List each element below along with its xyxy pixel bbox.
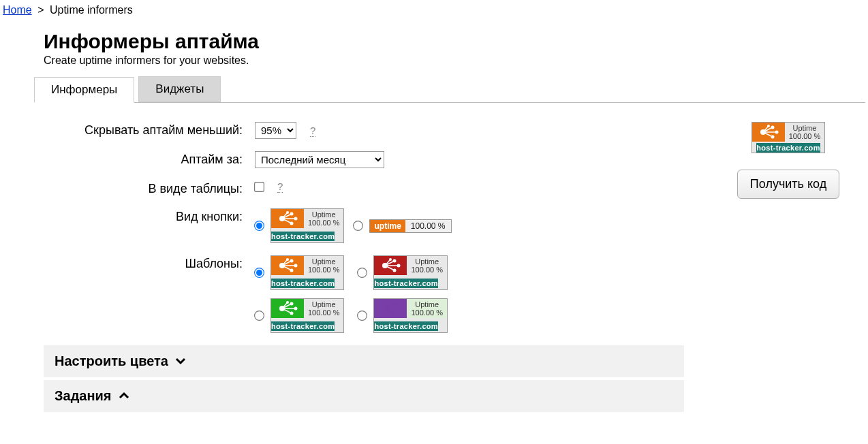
template-radio-green[interactable] — [254, 311, 264, 321]
accordion-colors-label: Настроить цвета — [55, 353, 168, 369]
svg-line-34 — [282, 308, 292, 313]
badge-large-preview: Uptime100.00 % host-tracker.com — [270, 208, 344, 243]
accordion-tasks[interactable]: Задания — [44, 380, 684, 412]
tab-informers[interactable]: Информеры — [34, 77, 134, 103]
chevron-up-icon — [119, 390, 129, 402]
svg-line-16 — [282, 266, 292, 270]
hide-uptime-label: Скрывать аптайм меньший: — [44, 122, 255, 138]
get-code-button[interactable]: Получить код — [737, 170, 839, 199]
breadcrumb: Home > Uptime informers — [3, 4, 865, 16]
template-purple-badge: Uptime100.00 % host-tracker.com — [373, 298, 447, 333]
preview-badge: Uptime100.00 % host-tracker.com — [751, 122, 825, 153]
breadcrumb-current: Uptime informers — [50, 4, 133, 16]
page-title: Информеры аптайма — [44, 30, 865, 53]
badge-small-preview: uptime 100.00 % — [369, 219, 451, 233]
templates-label: Шаблоны: — [44, 255, 255, 271]
svg-line-41 — [385, 304, 394, 308]
tabs: Информеры Виджеты — [34, 76, 865, 103]
as-table-checkbox[interactable] — [254, 182, 264, 192]
tab-widgets[interactable]: Виджеты — [138, 76, 221, 102]
uptime-for-select[interactable]: Последний месяц — [255, 151, 384, 168]
svg-line-52 — [763, 132, 773, 137]
accordion-tasks-label: Задания — [55, 388, 112, 404]
uptime-for-label: Аптайм за: — [44, 151, 255, 167]
button-style-radio-large[interactable] — [254, 221, 264, 231]
svg-line-50 — [763, 127, 773, 132]
svg-line-5 — [282, 214, 292, 219]
svg-line-25 — [385, 266, 394, 270]
hide-uptime-select[interactable]: 95% — [255, 122, 296, 139]
button-style-radio-small[interactable] — [354, 221, 364, 231]
network-icon — [374, 299, 407, 318]
network-icon — [271, 256, 304, 275]
svg-line-14 — [282, 261, 292, 266]
network-icon — [271, 299, 304, 318]
template-radio-purple[interactable] — [358, 311, 368, 321]
svg-line-32 — [282, 304, 292, 308]
template-red-badge: Uptime100.00 % host-tracker.com — [373, 255, 447, 290]
template-orange-badge: Uptime100.00 % host-tracker.com — [270, 255, 344, 290]
as-table-label: В виде таблицы: — [44, 180, 255, 196]
svg-line-7 — [282, 219, 292, 223]
button-style-label: Вид кнопки: — [44, 208, 255, 224]
as-table-help[interactable]: ? — [277, 180, 283, 193]
template-radio-red[interactable] — [358, 268, 368, 278]
chevron-down-icon — [175, 355, 186, 368]
page-subtitle: Create uptime informers for your website… — [44, 54, 865, 67]
template-radio-orange[interactable] — [254, 268, 264, 278]
network-icon — [752, 123, 785, 142]
accordion-colors[interactable]: Настроить цвета — [44, 345, 684, 377]
svg-line-23 — [385, 261, 394, 266]
svg-line-43 — [385, 308, 394, 313]
network-icon — [374, 256, 407, 275]
network-icon — [271, 209, 304, 228]
breadcrumb-home-link[interactable]: Home — [3, 4, 32, 16]
template-green-badge: Uptime100.00 % host-tracker.com — [270, 298, 344, 333]
hide-uptime-help[interactable]: ? — [310, 125, 315, 137]
breadcrumb-separator: > — [37, 4, 44, 16]
